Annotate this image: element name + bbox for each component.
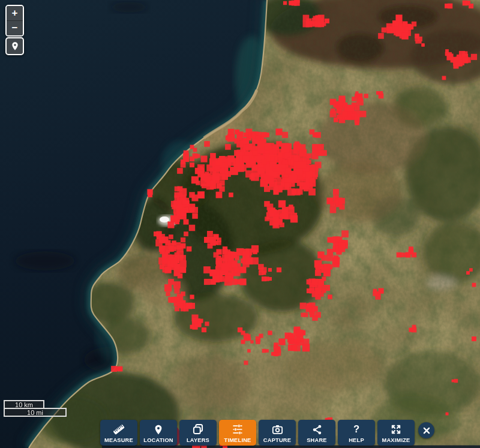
zoom-out-button[interactable]: −	[7, 20, 23, 35]
toolbar-button-label: MEASURE	[104, 437, 133, 443]
toolbar-button-share[interactable]: SHARE	[298, 420, 335, 446]
satellite-map[interactable]	[0, 0, 480, 448]
question-icon: ?	[350, 423, 362, 436]
toolbar-button-capture[interactable]: CAPTURE	[259, 420, 296, 446]
locate-me-button[interactable]	[5, 37, 24, 55]
toolbar-button-label: TIMELINE	[224, 437, 251, 443]
scale-mi: 10 mi	[4, 408, 67, 417]
map-toolbar: MEASURE LOCATION LAYERS TIMELINE CAPTURE	[100, 420, 434, 446]
toolbar-button-help[interactable]: ? HELP	[338, 420, 375, 446]
zoom-in-button[interactable]: +	[7, 6, 23, 20]
close-button[interactable]	[418, 422, 434, 438]
toolbar-button-maximize[interactable]: MAXIMIZE	[377, 420, 415, 446]
toolbar-button-layers[interactable]: LAYERS	[179, 420, 217, 446]
share-icon	[311, 423, 323, 436]
toolbar-button-label: LOCATION	[143, 437, 173, 443]
toolbar-button-label: CAPTURE	[263, 437, 291, 443]
fire-map-widget: + − 10 km 10 mi MEASURE LOCATION	[0, 0, 480, 448]
location-pin-icon	[10, 41, 20, 51]
toolbar-button-label: LAYERS	[187, 437, 209, 443]
ruler-icon	[112, 423, 125, 436]
toolbar-button-label: HELP	[349, 437, 364, 443]
sliders-icon	[231, 423, 244, 436]
zoom-control: + −	[5, 5, 24, 37]
toolbar-button-location[interactable]: LOCATION	[140, 420, 177, 446]
expand-icon	[390, 423, 402, 436]
svg-text:?: ?	[353, 423, 359, 435]
toolbar-button-label: SHARE	[307, 437, 327, 443]
close-icon	[422, 426, 431, 435]
scale-control: 10 km 10 mi	[4, 400, 67, 417]
toolbar-button-timeline[interactable]: TIMELINE	[219, 420, 256, 446]
toolbar-button-measure[interactable]: MEASURE	[100, 420, 137, 446]
map-pin-icon	[153, 423, 164, 436]
camera-icon	[271, 423, 284, 436]
toolbar-button-label: MAXIMIZE	[382, 437, 410, 443]
layers-icon	[192, 423, 204, 436]
